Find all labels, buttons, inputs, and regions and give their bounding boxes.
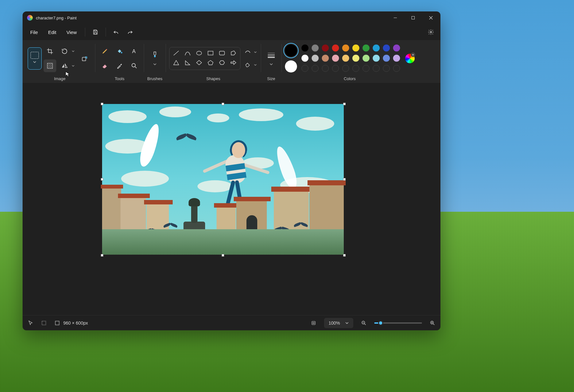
magnifier-tool[interactable] — [128, 59, 141, 72]
color-swatch[interactable] — [332, 45, 339, 52]
eraser-tool[interactable] — [99, 59, 111, 72]
settings-button[interactable] — [425, 26, 437, 38]
color-swatch-empty[interactable] — [393, 65, 400, 72]
color-swatch-empty[interactable] — [301, 65, 308, 72]
color-swatch[interactable] — [393, 55, 400, 62]
title-bar[interactable]: character7.png - Paint — [23, 11, 440, 24]
color-2-swatch[interactable] — [285, 60, 297, 72]
shape-triangle-icon[interactable] — [173, 60, 179, 67]
shape-curve-icon[interactable] — [184, 50, 191, 57]
rotate-dropdown[interactable] — [71, 50, 75, 53]
color-swatch[interactable] — [342, 45, 349, 52]
color-swatch[interactable] — [373, 45, 380, 52]
transparent-selection-tool[interactable] — [44, 59, 56, 72]
rotate-tool[interactable] — [58, 45, 71, 58]
menu-file[interactable]: File — [26, 27, 42, 38]
color-swatch[interactable] — [383, 45, 390, 52]
zoom-level-dropdown[interactable]: 100% — [324, 318, 353, 328]
color-swatch[interactable] — [342, 55, 349, 62]
color-swatch-empty[interactable] — [342, 65, 349, 72]
color-swatch-empty[interactable] — [312, 65, 319, 72]
pencil-tool[interactable] — [99, 45, 111, 58]
color-swatch[interactable] — [322, 45, 329, 52]
canvas[interactable] — [102, 104, 344, 255]
color-swatch-empty[interactable] — [352, 65, 359, 72]
shape-fill-button[interactable] — [242, 59, 253, 70]
shape-hexagon-icon[interactable] — [219, 60, 225, 67]
shape-line-icon[interactable] — [173, 50, 179, 57]
menu-view[interactable]: View — [62, 27, 81, 38]
select-rect-icon — [31, 52, 39, 59]
resize-handle-nw[interactable] — [101, 103, 103, 105]
color-1-swatch[interactable] — [285, 45, 297, 57]
color-swatch[interactable] — [301, 55, 308, 62]
color-swatch[interactable] — [352, 55, 359, 62]
color-swatch[interactable] — [312, 45, 319, 52]
shape-arrow-icon[interactable] — [230, 60, 237, 67]
color-swatch[interactable] — [322, 55, 329, 62]
color-swatch-empty[interactable] — [383, 65, 390, 72]
resize-handle-sw[interactable] — [101, 254, 103, 257]
color-swatch[interactable] — [352, 45, 359, 52]
color-swatch-empty[interactable] — [363, 65, 370, 72]
color-swatch[interactable] — [301, 45, 308, 52]
color-swatch[interactable] — [373, 55, 380, 62]
color-swatch[interactable] — [393, 45, 400, 52]
menu-edit[interactable]: Edit — [44, 27, 61, 38]
color-swatch-empty[interactable] — [322, 65, 329, 72]
canvas-size: 960 × 600px — [54, 320, 88, 326]
minimize-button[interactable] — [386, 11, 404, 24]
selection-size — [41, 320, 47, 326]
resize-handle-ne[interactable] — [343, 103, 346, 105]
shapes-palette[interactable] — [169, 47, 240, 70]
save-button[interactable] — [89, 26, 102, 38]
color-swatch[interactable] — [312, 55, 319, 62]
shape-outline-dropdown[interactable] — [253, 51, 258, 54]
resize-tool[interactable] — [77, 51, 92, 66]
color-swatch[interactable] — [332, 55, 339, 62]
paint-window: character7.png - Paint File Edit View — [23, 11, 440, 330]
zoom-out-button[interactable] — [361, 320, 367, 326]
color-swatch[interactable] — [363, 55, 370, 62]
resize-handle-w[interactable] — [101, 178, 103, 181]
resize-handle-n[interactable] — [222, 103, 224, 105]
maximize-button[interactable] — [404, 11, 422, 24]
shape-diamond-icon[interactable] — [196, 60, 202, 67]
shape-pentagon-icon[interactable] — [207, 60, 214, 67]
svg-rect-4 — [94, 30, 96, 31]
color-swatch-empty[interactable] — [332, 65, 339, 72]
group-label-colors: Colors — [344, 76, 356, 81]
zoom-slider-thumb[interactable] — [378, 320, 383, 326]
fit-to-window-button[interactable] — [311, 320, 316, 326]
shape-oval-icon[interactable] — [196, 50, 202, 57]
color-swatch-empty[interactable] — [373, 65, 380, 72]
close-button[interactable] — [422, 11, 440, 24]
resize-handle-e[interactable] — [343, 178, 346, 181]
shape-rect-icon[interactable] — [207, 50, 214, 57]
shape-fill-dropdown[interactable] — [253, 63, 258, 66]
zoom-slider[interactable] — [374, 322, 422, 324]
color-picker-tool[interactable] — [113, 59, 126, 72]
shape-right-triangle-icon[interactable] — [184, 60, 191, 67]
resize-handle-s[interactable] — [222, 254, 224, 257]
canvas-area[interactable] — [23, 83, 440, 315]
shape-roundrect-icon[interactable] — [219, 50, 225, 57]
shape-outline-button[interactable] — [242, 47, 253, 58]
flip-dropdown[interactable] — [71, 64, 75, 67]
text-tool[interactable]: A — [128, 45, 141, 58]
resize-handle-se[interactable] — [343, 254, 346, 257]
flip-tool[interactable] — [58, 59, 71, 72]
shape-polygon-icon[interactable] — [230, 50, 237, 57]
brushes-dropdown[interactable] — [148, 46, 162, 71]
crop-tool[interactable] — [44, 45, 56, 58]
undo-button[interactable] — [110, 26, 122, 38]
menu-bar: File Edit View — [23, 24, 440, 40]
zoom-in-button[interactable] — [430, 320, 435, 326]
color-swatch[interactable] — [383, 55, 390, 62]
redo-button[interactable] — [124, 26, 136, 38]
size-dropdown[interactable] — [264, 46, 278, 71]
fill-tool[interactable] — [113, 45, 126, 58]
select-tool[interactable] — [28, 47, 42, 70]
edit-colors-button[interactable] — [405, 54, 415, 63]
color-swatch[interactable] — [363, 45, 370, 52]
